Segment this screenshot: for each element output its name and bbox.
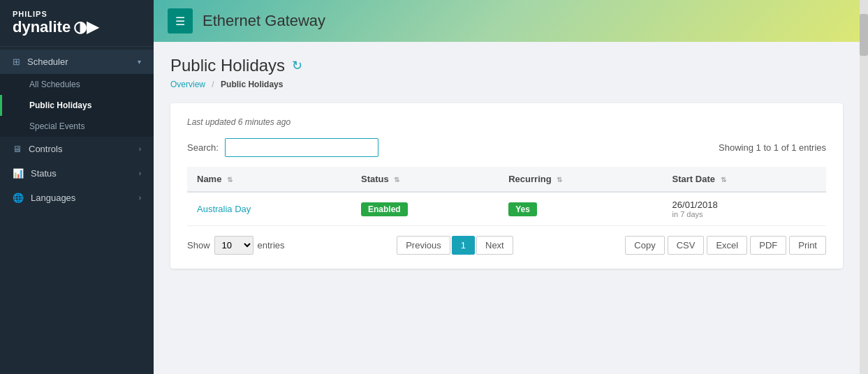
cell-status: Enabled	[351, 192, 499, 226]
chevron-right-icon-2: ›	[139, 170, 141, 177]
col-status: Status ⇅	[351, 167, 499, 192]
page-title: Public Holidays	[170, 56, 285, 75]
start-date-value: 26/01/2018	[672, 200, 816, 210]
scheduler-icon: ⊞	[13, 57, 20, 67]
chevron-down-icon: ▾	[138, 58, 141, 66]
export-buttons: Copy CSV Excel PDF Print	[625, 236, 826, 255]
logo: PHILIPS dynalite ◑▶	[0, 0, 154, 47]
sidebar-item-scheduler[interactable]: ⊞ Scheduler ▾	[0, 50, 154, 74]
search-section: Search:	[187, 138, 378, 157]
last-updated-text: Last updated 6 minutes ago	[187, 117, 826, 127]
sort-icon-recurring[interactable]: ⇅	[557, 176, 562, 184]
recurring-badge: Yes	[508, 202, 537, 216]
languages-label: Languages	[31, 193, 75, 203]
header: ☰ Ethernet Gateway	[154, 0, 860, 42]
table-controls-top: Search: Showing 1 to 1 of 1 entries	[187, 138, 826, 157]
cell-name: Australia Day	[187, 192, 351, 226]
copy-button[interactable]: Copy	[625, 236, 664, 255]
scheduler-label: Scheduler	[27, 57, 68, 67]
status-badge: Enabled	[361, 202, 408, 216]
page-1-button[interactable]: 1	[452, 236, 475, 255]
row-name-link[interactable]: Australia Day	[197, 204, 251, 214]
show-label: Show	[187, 240, 210, 250]
entries-label: entries	[258, 240, 285, 250]
csv-button[interactable]: CSV	[668, 236, 705, 255]
show-entries-select[interactable]: 10 25 50 100	[214, 236, 253, 255]
sort-icon-status[interactable]: ⇅	[394, 176, 399, 184]
status-label: Status	[31, 168, 57, 179]
main-card: Last updated 6 minutes ago Search: Showi…	[170, 103, 843, 269]
search-input[interactable]	[225, 138, 378, 157]
scrollbar-thumb[interactable]	[860, 14, 868, 56]
sidebar-item-controls[interactable]: 🖥 Controls ›	[0, 137, 154, 161]
page-title-row: Public Holidays ↻	[170, 56, 843, 75]
refresh-icon[interactable]: ↻	[292, 58, 302, 73]
scrollbar[interactable]	[860, 0, 868, 374]
pdf-button[interactable]: PDF	[750, 236, 786, 255]
header-title: Ethernet Gateway	[203, 12, 325, 30]
scheduler-submenu: All Schedules Public Holidays Special Ev…	[0, 74, 154, 137]
table-row: Australia Day Enabled Yes 26/01/2018 in …	[187, 192, 826, 226]
controls-label: Controls	[29, 144, 62, 154]
sidebar-item-languages[interactable]: 🌐 Languages ›	[0, 186, 154, 210]
chevron-right-icon: ›	[139, 145, 141, 153]
chevron-right-icon-3: ›	[139, 194, 141, 202]
table-controls-bottom: Show 10 25 50 100 entries Previous 1 Nex…	[187, 236, 826, 255]
cell-start-date: 26/01/2018 in 7 days	[663, 192, 826, 226]
start-date-relative: in 7 days	[672, 210, 816, 218]
previous-button[interactable]: Previous	[397, 236, 450, 255]
pagination: Previous 1 Next	[397, 236, 513, 255]
content-area: Public Holidays ↻ Overview / Public Holi…	[154, 42, 860, 374]
main-content: ☰ Ethernet Gateway Public Holidays ↻ Ove…	[154, 0, 860, 374]
col-recurring: Recurring ⇅	[499, 167, 662, 192]
search-label: Search:	[187, 142, 219, 153]
sort-icon-name[interactable]: ⇅	[227, 176, 233, 184]
col-name: Name ⇅	[187, 167, 351, 192]
next-button[interactable]: Next	[476, 236, 513, 255]
breadcrumb-current: Public Holidays	[221, 80, 283, 89]
table-header-row: Name ⇅ Status ⇅ Recurring ⇅ Start Date	[187, 167, 826, 192]
languages-icon: 🌐	[13, 193, 24, 203]
excel-button[interactable]: Excel	[707, 236, 747, 255]
product-name: dynalite ◑▶	[13, 18, 141, 36]
col-start-date: Start Date ⇅	[663, 167, 826, 192]
company-name: PHILIPS	[13, 10, 141, 18]
hamburger-icon: ☰	[175, 15, 185, 28]
sidebar-item-public-holidays[interactable]: Public Holidays	[0, 95, 154, 116]
menu-button[interactable]: ☰	[168, 8, 193, 33]
sidebar: PHILIPS dynalite ◑▶ ⊞ Scheduler ▾ All Sc…	[0, 0, 154, 374]
sidebar-nav: ⊞ Scheduler ▾ All Schedules Public Holid…	[0, 47, 154, 213]
data-table: Name ⇅ Status ⇅ Recurring ⇅ Start Date	[187, 167, 826, 226]
breadcrumb: Overview / Public Holidays	[170, 80, 843, 89]
status-icon: 📊	[13, 168, 24, 179]
breadcrumb-overview[interactable]: Overview	[170, 80, 205, 89]
logo-icon: ◑▶	[73, 18, 98, 36]
cell-recurring: Yes	[499, 192, 662, 226]
print-button[interactable]: Print	[789, 236, 826, 255]
sidebar-item-status[interactable]: 📊 Status ›	[0, 161, 154, 186]
sidebar-item-all-schedules[interactable]: All Schedules	[0, 74, 154, 95]
controls-icon: 🖥	[13, 144, 22, 154]
show-entries: Show 10 25 50 100 entries	[187, 236, 285, 255]
sort-icon-start-date[interactable]: ⇅	[721, 176, 726, 184]
sidebar-item-special-events[interactable]: Special Events	[0, 116, 154, 137]
showing-info: Showing 1 to 1 of 1 entries	[719, 142, 826, 153]
